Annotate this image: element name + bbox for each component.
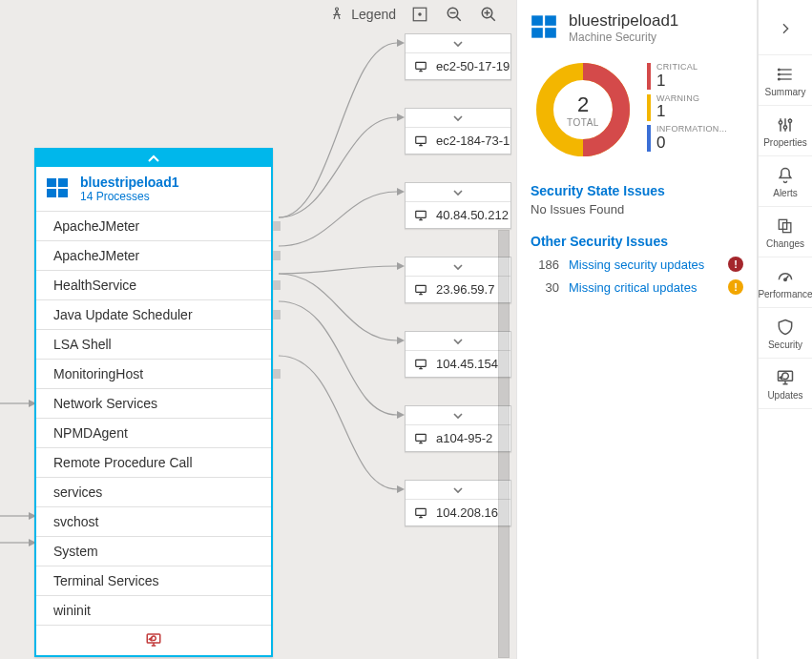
svg-marker-55 [780,376,782,379]
process-item[interactable]: HealthService [36,270,271,299]
detail-panel: bluestripeload1 Machine Security 2 TOTAL… [516,0,758,659]
target-node[interactable]: a104-95-2 [405,405,511,452]
tab-summary[interactable]: Summary [759,55,812,106]
kpi-row: CRITICAL1 [647,63,727,91]
target-node[interactable]: ec2-184-73-1 [405,108,511,154]
issue-row: 30Missing critical updates! [531,276,743,299]
svg-marker-14 [397,113,405,121]
process-item[interactable]: Java Update Scheduler [36,299,271,329]
detail-title: bluestripeload1 [569,11,678,31]
kpi-row: WARNING1 [647,94,727,122]
issue-link[interactable]: Missing critical updates [569,280,718,295]
state-issues-heading: Security State Issues [531,183,743,198]
process-item[interactable]: System [36,536,271,566]
target-label: ec2-50-17-19 [436,59,510,73]
monitor-icon [413,283,428,297]
tab-performance[interactable]: Performance [759,257,812,308]
security-icon [776,318,795,337]
svg-rect-31 [416,434,427,441]
svg-marker-18 [397,411,405,419]
zoom-out-button[interactable] [444,4,465,25]
map-canvas[interactable]: Legend [0,0,516,659]
svg-rect-28 [416,211,427,217]
target-node[interactable]: 104.45.154 [405,331,511,378]
kpi-value: 1 [656,72,697,91]
monitor-icon [413,432,428,445]
tab-updates[interactable]: Updates [759,359,812,409]
target-label: 23.96.59.7 [436,282,494,297]
target-expand-toggle[interactable] [406,109,510,128]
svg-marker-17 [397,337,405,344]
target-node[interactable]: ec2-50-17-19 [405,33,511,80]
monitor-icon [413,134,428,148]
svg-point-41 [779,69,781,71]
svg-point-2 [419,13,421,15]
target-label: 104.45.154 [436,357,498,371]
issue-count: 30 [531,280,559,295]
process-item[interactable]: ApacheJMeter [36,211,271,240]
svg-rect-29 [416,285,427,292]
chevron-down-icon [452,338,464,345]
target-node[interactable]: 40.84.50.212 [405,182,511,229]
process-item[interactable]: ApacheJMeter [36,240,271,270]
machine-title: bluestripeload1 [80,175,178,190]
process-item[interactable]: services [36,477,271,506]
process-item[interactable]: NPMDAgent [36,418,271,447]
svg-point-43 [779,78,781,80]
output-port [273,221,281,231]
canvas-scrollbar[interactable] [498,230,510,658]
svg-rect-35 [531,28,543,37]
tab-security[interactable]: Security [759,308,812,359]
detail-header: bluestripeload1 Machine Security [531,11,743,44]
svg-rect-20 [47,178,56,187]
svg-rect-21 [58,178,68,187]
process-item[interactable]: Remote Procedure Call [36,447,271,477]
machine-header[interactable]: bluestripeload1 14 Processes [36,167,271,211]
machine-subtitle: 14 Processes [80,190,178,203]
svg-point-42 [779,73,781,75]
svg-rect-23 [58,189,68,197]
process-list: ApacheJMeterApacheJMeterHealthServiceJav… [36,211,271,625]
target-node[interactable]: 104.208.16 [405,480,511,526]
tab-changes[interactable]: Changes [759,207,812,257]
svg-marker-15 [397,188,405,196]
process-item[interactable]: svchost [36,506,271,536]
legend-button[interactable]: Legend [328,5,396,25]
target-expand-toggle[interactable] [406,257,510,277]
legend-icon [328,5,345,25]
process-item[interactable]: LSA Shell [36,329,271,359]
output-port [273,369,281,379]
machine-node[interactable]: bluestripeload1 14 Processes ApacheJMete… [34,148,273,657]
svg-line-7 [490,16,495,21]
process-item[interactable]: Terminal Services [36,566,271,595]
kpi-label: INFORMATION... [656,125,727,134]
target-expand-toggle[interactable] [406,34,510,53]
monitor-icon [413,358,428,371]
collapse-toggle[interactable] [36,150,271,167]
machine-footer [36,625,271,655]
fit-to-screen-button[interactable] [409,4,430,25]
target-expand-toggle[interactable] [406,332,510,351]
output-port [273,251,281,260]
expand-panel-button[interactable] [759,0,812,55]
chevron-down-icon [452,486,464,494]
target-expand-toggle[interactable] [406,406,510,425]
zoom-in-button[interactable] [478,4,499,25]
issue-count: 186 [531,257,559,272]
process-item[interactable]: wininit [36,595,271,625]
side-tab-bar: SummaryPropertiesAlertsChangesPerformanc… [758,0,812,659]
monitor-icon [413,209,428,222]
process-item[interactable]: Network Services [36,388,271,418]
chevron-down-icon [452,189,464,196]
tab-alerts[interactable]: Alerts [759,156,812,207]
target-expand-toggle[interactable] [406,183,510,202]
process-item[interactable]: MonitoringHost [36,359,271,388]
refresh-icon[interactable] [144,637,163,651]
tab-properties[interactable]: Properties [759,106,812,156]
chevron-down-icon [452,40,464,48]
target-node[interactable]: 23.96.59.7 [405,257,511,303]
kpi-row: INFORMATION...0 [647,125,727,153]
target-label: a104-95-2 [436,431,492,445]
target-expand-toggle[interactable] [406,481,510,500]
issue-link[interactable]: Missing security updates [569,257,718,272]
